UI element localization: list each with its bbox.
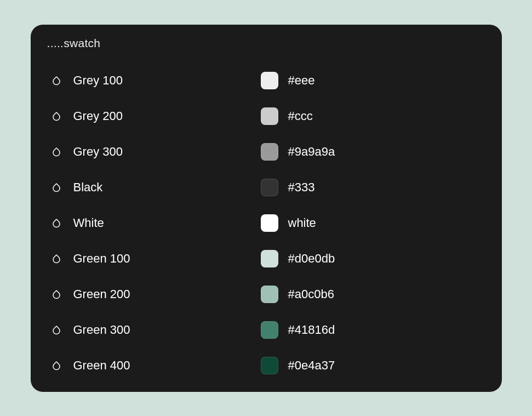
droplet-icon [52,181,61,193]
swatch-right: #41816d [261,321,335,339]
droplet-icon [52,110,61,122]
swatch-panel: .....swatch Grey 100#eeeGrey 200#cccGrey… [31,25,502,392]
swatch-left: White [47,216,261,230]
droplet-icon [52,288,61,300]
swatch-left: Green 200 [47,287,261,301]
swatch-name: White [73,216,104,230]
swatch-name: Grey 100 [73,73,123,88]
swatch-name: Green 400 [73,358,130,373]
swatch-name: Black [73,180,103,195]
swatch-name: Green 300 [73,323,130,337]
swatch-name: Green 100 [73,252,130,266]
swatch-value: #41816d [288,323,335,337]
swatch-row: Grey 200#ccc [47,99,485,134]
swatch-row: Whitewhite [47,206,485,241]
swatch-list: Grey 100#eeeGrey 200#cccGrey 300#9a9a9aB… [47,63,485,384]
droplet-icon [52,75,61,87]
swatch-row: Grey 100#eee [47,63,485,99]
swatch-chip [261,286,278,303]
swatch-right: #333 [261,179,315,196]
swatch-right: #ccc [261,107,313,125]
swatch-right: #d0e0db [261,250,335,267]
swatch-chip [261,357,278,374]
swatch-left: Grey 100 [47,73,261,88]
swatch-left: Green 400 [47,358,261,373]
swatch-name: Grey 200 [73,109,123,123]
swatch-row: Green 300#41816d [47,312,485,348]
swatch-value: #eee [288,73,315,88]
swatch-chip [261,107,278,125]
swatch-left: Green 100 [47,252,261,266]
swatch-left: Green 300 [47,323,261,337]
swatch-row: Green 200#a0c0b6 [47,277,485,312]
swatch-value: #9a9a9a [288,145,335,159]
swatch-row: Green 400#0e4a37 [47,348,485,384]
swatch-value: #a0c0b6 [288,287,334,301]
droplet-icon [52,360,61,372]
swatch-right: #eee [261,72,315,89]
swatch-chip [261,250,278,267]
swatch-chip [261,214,278,232]
swatch-value: #333 [288,180,315,195]
swatch-right: #0e4a37 [261,357,335,374]
swatch-value: #0e4a37 [288,358,335,373]
swatch-right: #a0c0b6 [261,286,334,303]
swatch-name: Grey 300 [73,145,123,159]
swatch-row: Green 100#d0e0db [47,241,485,277]
panel-title: .....swatch [47,37,485,50]
droplet-icon [52,324,61,336]
swatch-row: Grey 300#9a9a9a [47,134,485,170]
swatch-name: Green 200 [73,287,130,301]
swatch-chip [261,321,278,339]
swatch-row: Black#333 [47,170,485,206]
swatch-left: Black [47,180,261,195]
swatch-right: #9a9a9a [261,143,335,161]
droplet-icon [52,253,61,265]
swatch-chip [261,143,278,161]
droplet-icon [52,217,61,229]
swatch-right: white [261,214,316,232]
swatch-left: Grey 200 [47,109,261,123]
swatch-left: Grey 300 [47,145,261,159]
swatch-value: white [288,216,316,230]
swatch-value: #ccc [288,109,313,123]
swatch-chip [261,179,278,196]
swatch-value: #d0e0db [288,252,335,266]
droplet-icon [52,146,61,158]
swatch-chip [261,72,278,89]
